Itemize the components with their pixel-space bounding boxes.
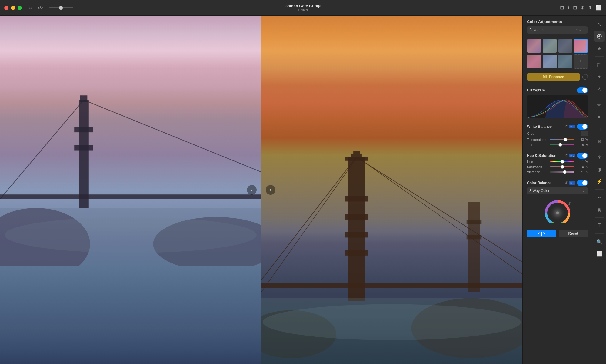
- add-preset-button[interactable]: +: [574, 54, 588, 68]
- minimize-button[interactable]: [11, 6, 15, 10]
- preset-thumb-4[interactable]: [574, 39, 588, 53]
- cb-toggle[interactable]: [577, 180, 588, 186]
- preset-thumb-6[interactable]: [542, 54, 557, 68]
- hs-toggle[interactable]: [577, 153, 588, 159]
- maximize-button[interactable]: [18, 6, 22, 10]
- color-fill-icon[interactable]: ◑: [594, 164, 605, 175]
- white-balance-section: White Balance ↺ ML Grey Temperature: [523, 122, 592, 148]
- svg-rect-17: [351, 153, 362, 158]
- svg-rect-29: [261, 298, 522, 364]
- grey-picker-button[interactable]: [581, 131, 588, 136]
- export-icon[interactable]: ⬆: [588, 5, 592, 11]
- eyedropper-icon[interactable]: ✒: [594, 192, 605, 203]
- color-wheel[interactable]: ↺: [542, 199, 573, 223]
- svg-rect-12: [345, 157, 368, 160]
- svg-point-30: [263, 304, 521, 340]
- ml-enhance-button[interactable]: ML Enhance: [527, 73, 580, 81]
- hue-slider[interactable]: [550, 161, 574, 162]
- svg-rect-26: [467, 235, 482, 239]
- saturation-slider[interactable]: [550, 166, 574, 167]
- svg-point-36: [556, 211, 559, 214]
- search-icon[interactable]: 🔍: [594, 236, 605, 247]
- svg-rect-14: [345, 214, 368, 220]
- svg-line-4: [0, 100, 84, 199]
- svg-line-20: [261, 157, 357, 292]
- split-view-icon[interactable]: ⬜: [596, 5, 602, 11]
- preset-thumb-5[interactable]: [527, 54, 541, 68]
- reset-button[interactable]: Reset: [559, 230, 588, 237]
- right-panel: Color Adjustments Favorites ⌃⌄ −: [522, 16, 592, 364]
- share-icon[interactable]: ⊕: [581, 5, 584, 11]
- hs-ml-badge: ML: [569, 154, 575, 157]
- preset-thumb-1[interactable]: [527, 39, 541, 53]
- close-button[interactable]: [4, 6, 8, 10]
- pencil-icon[interactable]: ✏: [594, 99, 605, 110]
- code-view-icon[interactable]: </>: [36, 5, 45, 11]
- color-balance-label: Color Balance: [527, 181, 551, 185]
- svg-rect-25: [467, 220, 482, 224]
- toolbar-divider-3: [595, 149, 604, 149]
- crop-icon[interactable]: ⬜: [594, 248, 605, 259]
- svg-rect-24: [468, 202, 480, 292]
- brush-adjust-icon[interactable]: ◎: [594, 83, 605, 94]
- next-arrow[interactable]: ›: [266, 185, 275, 195]
- title-bar: ▪▪ </> Golden Gate Bridge Edited ⊞ ℹ ⊡ ⊕…: [0, 0, 606, 16]
- star-icon[interactable]: ★: [594, 43, 605, 54]
- wb-reset-icon[interactable]: ↺: [565, 124, 568, 128]
- color-balance-chevron: ⌃⌄: [579, 189, 585, 193]
- hs-controls: ↺ ML: [565, 153, 588, 159]
- hue-row: Hue 1 %: [527, 160, 588, 164]
- svg-rect-11: [348, 157, 365, 301]
- hs-reset-icon[interactable]: ↺: [565, 154, 568, 157]
- erase-icon[interactable]: ◻: [594, 124, 605, 134]
- transform-icon[interactable]: ⊡: [573, 5, 577, 11]
- main-area: ‹ › Color Adjustments Favorites ⌃⌄ −: [0, 16, 606, 364]
- remove-icon[interactable]: −: [583, 28, 585, 32]
- info-icon[interactable]: ℹ: [568, 5, 569, 11]
- vibrance-row: Vibrance 21 %: [527, 170, 588, 174]
- histogram-label: Histogram: [527, 88, 545, 92]
- grey-label: Grey: [527, 132, 579, 135]
- preset-thumb-3[interactable]: [558, 39, 572, 53]
- sun-icon[interactable]: ☀: [594, 152, 605, 163]
- magic-wand-icon[interactable]: ✦: [594, 71, 605, 82]
- svg-text:↺: ↺: [567, 201, 571, 206]
- svg-point-10: [5, 217, 257, 253]
- selection-icon[interactable]: ⬚: [594, 59, 605, 70]
- histogram-toggle[interactable]: [577, 87, 588, 93]
- color-balance-dropdown[interactable]: 3-Way Color ⌃⌄: [527, 187, 588, 194]
- cb-reset-icon[interactable]: ↺: [565, 181, 568, 185]
- color-wheel-container: ↺: [527, 197, 588, 226]
- saturation-label: Saturation: [527, 165, 548, 169]
- cursor-tool-icon[interactable]: ↖: [594, 19, 605, 30]
- clone-icon[interactable]: ⊕: [594, 136, 605, 147]
- color-circle-icon[interactable]: ◉: [594, 204, 605, 215]
- zoom-slider[interactable]: [49, 7, 73, 8]
- compare-button[interactable]: < | >: [527, 230, 556, 237]
- svg-line-22: [357, 157, 522, 274]
- tint-slider[interactable]: [550, 144, 574, 145]
- svg-rect-0: [79, 100, 89, 208]
- white-balance-controls: ↺ ML: [565, 124, 588, 130]
- wb-toggle[interactable]: [577, 124, 588, 130]
- wb-ml-badge: ML: [569, 125, 575, 128]
- preset-thumb-2[interactable]: [542, 39, 557, 53]
- title-bar-tools: ▪▪ </>: [27, 5, 75, 11]
- vibrance-slider[interactable]: [550, 171, 574, 173]
- ml-info-icon[interactable]: −: [582, 74, 588, 80]
- paint-icon[interactable]: ●: [594, 111, 605, 122]
- hue-value: 1 %: [576, 160, 588, 164]
- text-icon[interactable]: T: [594, 220, 605, 231]
- favorites-dropdown[interactable]: Favorites ⌃⌄ −: [527, 26, 588, 34]
- prev-arrow[interactable]: ‹: [247, 185, 257, 195]
- preset-thumb-7[interactable]: [558, 54, 572, 68]
- temperature-slider[interactable]: [550, 139, 574, 140]
- svg-point-39: [598, 35, 600, 37]
- photo-container: ‹ ›: [0, 16, 522, 364]
- layers-icon[interactable]: ⊞: [560, 5, 564, 11]
- color-adjustments-tool-icon[interactable]: [594, 31, 605, 42]
- cb-controls: ↺ ML: [565, 180, 588, 186]
- lightning-icon[interactable]: ⚡: [594, 176, 605, 187]
- sidebar-toggle-icon[interactable]: ▪▪: [27, 5, 33, 11]
- svg-rect-8: [0, 194, 261, 199]
